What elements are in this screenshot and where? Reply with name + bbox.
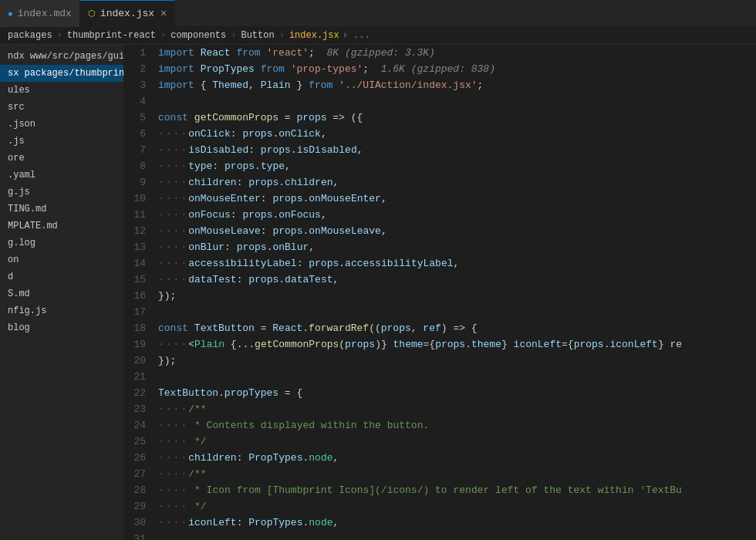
breadcrumb-part: thumbprint-react	[67, 30, 156, 41]
token-comment: /**	[188, 468, 206, 480]
line-content: ····accessibilityLabel: props.accessibil…	[158, 255, 756, 272]
token-kw: import	[158, 63, 194, 75]
mdx-icon: ◈	[8, 8, 13, 19]
token-var: Plain	[261, 79, 291, 91]
token-attr: iconLeft	[514, 339, 562, 350]
sidebar-item-s-md[interactable]: S.md	[0, 285, 123, 302]
editor-line: 2import PropTypes from 'prop-types'; 1.6…	[123, 61, 756, 77]
token-plain: ((	[369, 322, 381, 334]
token-punct: ({	[351, 112, 363, 123]
sidebar-item-g-log[interactable]: g.log	[0, 235, 123, 251]
sidebar-item-js[interactable]: .js	[0, 133, 123, 150]
token-dot: ····	[158, 209, 188, 221]
sidebar-item-g-js[interactable]: g.js	[0, 184, 123, 201]
line-content: });	[158, 288, 756, 304]
token-plain	[194, 47, 201, 59]
token-prop: onBlur	[272, 241, 309, 253]
token-prop: iconLeft	[188, 517, 236, 528]
line-number: 26	[123, 450, 158, 466]
sidebar-item-blog[interactable]: blog	[0, 319, 123, 336]
sidebar-item-sx-pkg[interactable]: sx packages/thumbprin...	[0, 65, 123, 82]
token-plain: :	[237, 274, 249, 285]
token-prop: onMouseLeave	[309, 225, 381, 237]
token-dot: ····	[158, 484, 188, 496]
token-plain: .	[278, 274, 285, 285]
line-content: const getCommonProps = props => ({	[158, 110, 756, 126]
token-plain: .	[339, 258, 345, 269]
token-dot: ····	[158, 339, 188, 350]
token-var: props	[242, 128, 272, 140]
line-number: 16	[123, 288, 158, 304]
editor-line: 22TextButton.propTypes = {	[123, 385, 756, 401]
token-var: PropTypes	[201, 63, 255, 75]
token-prop: isDisabled	[297, 144, 357, 156]
token-prop: onClick	[188, 128, 231, 140]
token-plain: ,	[381, 225, 387, 237]
sidebar-item-on[interactable]: on	[0, 251, 123, 268]
token-punct: <	[188, 339, 194, 350]
line-content: });	[158, 353, 756, 369]
editor-line: 20});	[123, 353, 756, 369]
editor-line: 3import { Themed, Plain } from '../UIAct…	[123, 77, 756, 93]
line-content: ····onBlur: props.onBlur,	[158, 239, 756, 255]
token-var: React	[272, 322, 302, 334]
token-plain: :	[261, 193, 273, 204]
token-size-hint: 1.6K (gzipped: 838)	[381, 63, 495, 75]
line-number: 10	[123, 191, 158, 207]
tab-bar: ◈index.mdx⬡index.jsx×	[0, 0, 756, 27]
sidebar-item-mplate-md[interactable]: MPLATE.md	[0, 218, 123, 235]
editor[interactable]: 1import React from 'react'; 8K (gzipped:…	[123, 45, 756, 540]
token-var: props	[261, 144, 291, 156]
sidebar-item-yaml[interactable]: .yaml	[0, 167, 123, 184]
token-plain	[278, 387, 285, 399]
token-plain: ;	[309, 47, 326, 59]
line-number: 2	[123, 61, 158, 77]
line-number: 1	[123, 45, 158, 61]
sidebar-item-nfig-js[interactable]: nfig.js	[0, 302, 123, 319]
token-plain: ,	[381, 193, 387, 204]
token-plain	[332, 79, 339, 91]
token-plain: :	[231, 209, 243, 221]
sidebar-item-ndx[interactable]: ndx www/src/pages/gui...	[0, 48, 123, 65]
token-var: props	[272, 193, 302, 204]
sidebar-item-src[interactable]: src	[0, 99, 123, 116]
line-content: ····/**	[158, 466, 756, 482]
sidebar-item-ore[interactable]: ore	[0, 150, 123, 167]
token-plain	[302, 79, 309, 91]
token-plain: )	[441, 322, 447, 334]
token-var: Themed	[212, 79, 248, 91]
tab-jsx[interactable]: ⬡index.jsx×	[80, 0, 176, 27]
line-number: 9	[123, 174, 158, 191]
breadcrumb-separator: ›	[57, 30, 62, 41]
editor-line: 19····<Plain {...getCommonProps(props)} …	[123, 336, 756, 353]
token-plain: ,	[411, 322, 424, 334]
token-plain: )}	[375, 339, 393, 350]
line-number: 13	[123, 239, 158, 255]
token-dot: ····	[158, 403, 188, 415]
sidebar-item-ules[interactable]: ules	[0, 82, 123, 99]
token-dot: ····	[158, 128, 188, 140]
editor-line: 17	[123, 304, 756, 320]
token-plain: });	[158, 290, 176, 302]
line-number: 3	[123, 77, 158, 93]
line-number: 31	[123, 531, 158, 540]
line-number: 8	[123, 158, 158, 174]
line-number: 15	[123, 272, 158, 288]
editor-line: 30····iconLeft: PropTypes.node,	[123, 515, 756, 531]
token-prop: accessibilityLabel	[345, 258, 453, 269]
sidebar-item-ting-md[interactable]: TING.md	[0, 201, 123, 218]
editor-line: 5const getCommonProps = props => ({	[123, 110, 756, 126]
token-str: 'prop-types'	[291, 63, 363, 75]
tab-mdx[interactable]: ◈index.mdx	[0, 0, 80, 27]
token-plain: }	[501, 339, 514, 350]
token-op: =	[285, 387, 291, 399]
token-plain: {	[471, 322, 478, 334]
sidebar-item-json[interactable]: .json	[0, 116, 123, 133]
token-dot: ····	[158, 501, 188, 512]
tab-close-button[interactable]: ×	[160, 8, 167, 20]
editor-line: 21	[123, 369, 756, 385]
sidebar-item-d[interactable]: d	[0, 268, 123, 285]
line-content: import React from 'react'; 8K (gzipped: …	[158, 45, 756, 61]
editor-line: 9····children: props.children,	[123, 174, 756, 191]
token-comment: * Icon from [Thumbprint Icons](/icons/) …	[188, 484, 682, 496]
